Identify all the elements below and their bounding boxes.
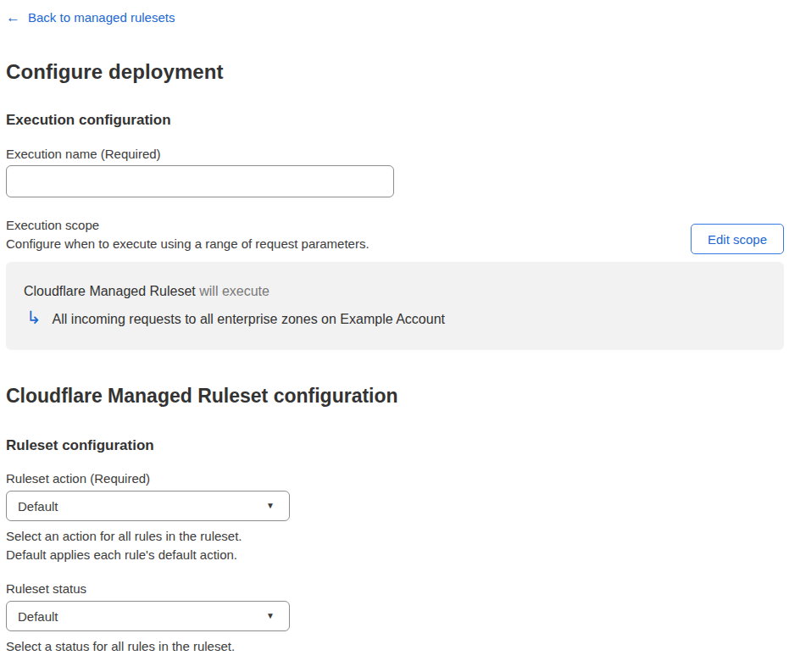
ruleset-status-value: Default — [18, 609, 58, 624]
chevron-down-icon: ▼ — [266, 502, 275, 510]
ruleset-action-value: Default — [18, 499, 58, 514]
execution-configuration-heading: Execution configuration — [6, 112, 784, 129]
ruleset-status-helper-line1: Select a status for all rules in the rul… — [6, 637, 784, 656]
execution-summary-panel: Cloudflare Managed Ruleset will execute … — [6, 262, 784, 350]
ruleset-status-helper: Select a status for all rules in the rul… — [6, 637, 784, 656]
page-title: Configure deployment — [6, 60, 784, 84]
back-arrow-icon: ← — [6, 10, 20, 25]
back-link-label: Back to managed rulesets — [28, 10, 175, 25]
execution-scope-summary: ↳ All incoming requests to all enterpris… — [24, 310, 766, 328]
configure-deployment-page: ← Back to managed rulesets Configure dep… — [0, 0, 789, 656]
execution-scope-label: Execution scope — [6, 218, 369, 232]
ruleset-action-helper: Select an action for all rules in the ru… — [6, 527, 784, 564]
ruleset-action-label: Ruleset action (Required) — [6, 471, 784, 486]
scope-summary-text: All incoming requests to all enterprise … — [53, 312, 445, 327]
edit-scope-button[interactable]: Edit scope — [691, 224, 784, 254]
ruleset-action-helper-line2: Default applies each rule's default acti… — [6, 546, 784, 564]
execution-name-input[interactable] — [6, 165, 394, 197]
ruleset-configuration-heading: Cloudflare Managed Ruleset configuration — [6, 385, 784, 408]
ruleset-action-select[interactable]: Default ▼ — [6, 491, 290, 521]
back-to-managed-rulesets-link[interactable]: ← Back to managed rulesets — [6, 10, 175, 25]
execution-summary-line: Cloudflare Managed Ruleset will execute — [24, 284, 766, 299]
execution-scope-text: Execution scope Configure when to execut… — [6, 218, 369, 251]
ruleset-action-helper-line1: Select an action for all rules in the ru… — [6, 527, 784, 546]
ruleset-status-select[interactable]: Default ▼ — [6, 601, 290, 631]
ruleset-name-text: Cloudflare Managed Ruleset — [24, 284, 196, 298]
chevron-down-icon: ▼ — [266, 612, 275, 620]
execution-scope-row: Execution scope Configure when to execut… — [6, 218, 784, 254]
execution-scope-description: Configure when to execute using a range … — [6, 236, 369, 251]
execution-name-label: Execution name (Required) — [6, 147, 784, 161]
ruleset-configuration-subheading: Ruleset configuration — [6, 437, 784, 454]
will-execute-text: will execute — [196, 284, 269, 298]
branch-arrow-icon: ↳ — [26, 308, 42, 326]
ruleset-status-label: Ruleset status — [6, 581, 784, 596]
